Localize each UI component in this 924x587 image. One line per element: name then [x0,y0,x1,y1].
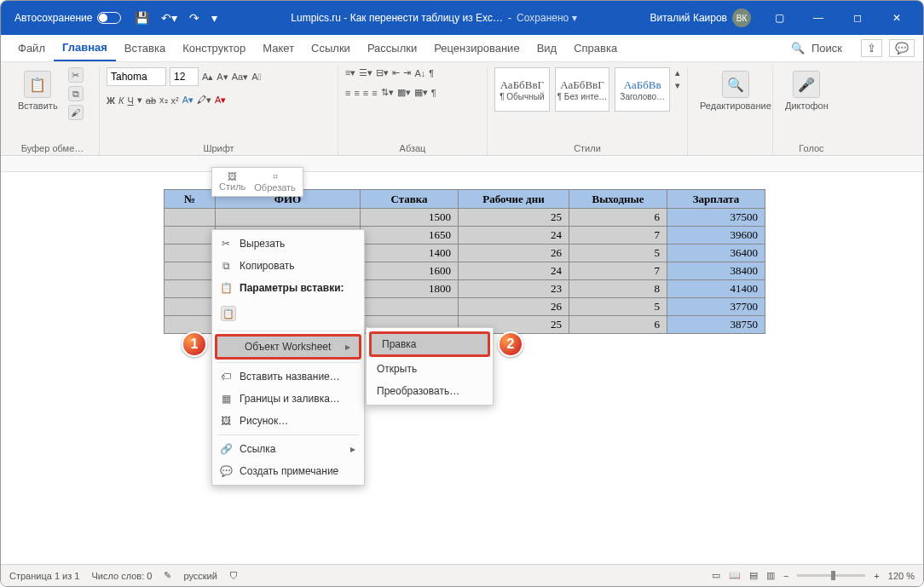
comments-button[interactable]: 💬 [889,39,915,57]
ctx-copy[interactable]: ⧉Копировать [212,255,364,277]
style-button[interactable]: 🖼Стиль [219,171,245,193]
justify-icon[interactable]: ≡ [372,88,377,98]
qat-more-icon[interactable]: ▾ [211,11,217,25]
title-bar: Автосохранение 💾 ↶▾ ↷ ▾ Lumpics.ru - Как… [1,1,923,35]
cut-icon[interactable]: ✂ [68,67,84,83]
paste-option-icon[interactable]: 📋 [221,306,236,321]
zoom-in-icon[interactable]: + [874,571,879,581]
grow-font-icon[interactable]: A▴ [202,72,213,83]
text-effects-icon[interactable]: A▾ [182,95,193,106]
crop-button[interactable]: ⌗Обрезать [254,171,296,193]
borders-icon[interactable]: ▦▾ [414,87,428,98]
focus-mode-icon[interactable]: ▭ [712,570,720,581]
autosave-toggle[interactable]: Автосохранение [14,12,121,24]
align-center-icon[interactable]: ≡ [354,88,359,98]
web-layout-icon[interactable]: ▥ [766,570,775,581]
copy-icon[interactable]: ⧉ [68,86,84,101]
spellcheck-icon[interactable]: ✎ [164,570,171,581]
style-heading1[interactable]: АаБбВвЗаголово… [615,67,670,112]
word-count[interactable]: Число слов: 0 [91,571,152,581]
highlight-icon[interactable]: 🖍▾ [197,95,211,106]
decrease-indent-icon[interactable]: ⇤ [392,67,400,78]
search-icon[interactable]: 🔍 [791,42,805,55]
style-nospacing[interactable]: АаБбВвГ¶ Без инте… [555,67,610,112]
align-right-icon[interactable]: ≡ [363,88,368,98]
ctx-paste-options[interactable]: 📋 [212,299,364,328]
tab-references[interactable]: Ссылки [303,35,359,61]
sub-edit[interactable]: Правка [369,331,490,357]
language-indicator[interactable]: русский [183,571,217,581]
shading-icon[interactable]: ▩▾ [397,87,411,98]
superscript-button[interactable]: x² [171,95,179,106]
sub-convert[interactable]: Преобразовать… [367,380,493,402]
horizontal-ruler[interactable] [1,157,923,172]
zoom-slider[interactable] [797,574,865,577]
styles-more-icon[interactable]: ▴▾ [675,67,680,91]
scissors-icon: ✂ [219,238,233,250]
tab-design[interactable]: Конструктор [174,35,254,61]
show-marks-icon[interactable]: ¶ [429,68,434,78]
ctx-insert-caption[interactable]: 🏷Вставить название… [212,365,364,388]
editing-button[interactable]: 🔍Редактирование [695,67,777,114]
bold-button[interactable]: Ж [107,95,115,106]
autosave-switch[interactable] [97,12,121,24]
ctx-worksheet-object[interactable]: Объект Worksheet▸ [215,334,361,360]
save-icon[interactable]: 💾 [135,11,149,25]
increase-indent-icon[interactable]: ⇥ [403,67,411,78]
maximize-icon[interactable]: ◻ [838,1,877,35]
ctx-borders[interactable]: ▦Границы и заливка… [212,388,364,410]
zoom-out-icon[interactable]: − [783,571,788,581]
search-label[interactable]: Поиск [811,42,842,55]
numbering-icon[interactable]: ☰▾ [359,67,372,78]
format-painter-icon[interactable]: 🖌 [68,105,84,120]
tab-file[interactable]: Файл [9,35,54,61]
group-clipboard: 📋 Вставить ✂ ⧉ 🖌 Буфер обме… [6,66,100,155]
style-normal[interactable]: АаБбВвГ¶ Обычный [494,67,550,112]
accessibility-icon[interactable]: ⛉ [229,571,239,581]
strike-button[interactable]: ab [146,95,156,106]
share-button[interactable]: ⇪ [861,39,882,57]
paste-button[interactable]: 📋 Вставить [13,67,63,114]
font-size-input[interactable] [170,67,199,86]
minimize-icon[interactable]: ― [799,1,838,35]
underline-button[interactable]: Ч [127,95,133,106]
ctx-new-comment[interactable]: 💬Создать примечание [212,460,364,482]
tab-view[interactable]: Вид [528,35,566,61]
line-spacing-icon[interactable]: ⇅▾ [381,87,394,98]
sort-icon[interactable]: A↓ [414,68,425,78]
close-icon[interactable]: ✕ [877,1,916,35]
user-account[interactable]: Виталий Каиров ВК [650,9,751,27]
separator [217,434,359,435]
page-indicator[interactable]: Страница 1 из 1 [9,571,79,581]
caption-icon: 🏷 [219,371,233,383]
context-menu: ✂Вырезать ⧉Копировать 📋Параметры вставки… [211,229,365,486]
paragraph-marks-icon[interactable]: ¶ [431,88,436,98]
ctx-link[interactable]: 🔗Ссылка▸ [212,438,364,460]
italic-button[interactable]: К [118,95,124,106]
tab-mailings[interactable]: Рассылки [359,35,425,61]
align-left-icon[interactable]: ≡ [345,88,350,98]
redo-icon[interactable]: ↷ [189,11,199,25]
ctx-picture[interactable]: 🖼Рисунок… [212,410,364,432]
tab-insert[interactable]: Вставка [116,35,174,61]
zoom-level[interactable]: 120 % [888,571,915,581]
tab-help[interactable]: Справка [565,35,626,61]
subscript-button[interactable]: x₂ [159,95,168,106]
font-color-icon[interactable]: A▾ [215,95,226,106]
tab-home[interactable]: Главная [54,35,116,61]
change-case-icon[interactable]: Aa▾ [232,72,248,83]
font-name-input[interactable] [107,67,166,86]
sub-open[interactable]: Открыть [367,358,493,380]
bullets-icon[interactable]: ≡▾ [345,67,355,78]
read-mode-icon[interactable]: 📖 [729,570,741,581]
clear-format-icon[interactable]: A⃠ [251,72,261,82]
undo-icon[interactable]: ↶▾ [161,11,177,25]
ribbon-options-icon[interactable]: ▢ [759,1,799,35]
tab-layout[interactable]: Макет [254,35,303,61]
shrink-font-icon[interactable]: A▾ [217,72,228,83]
multilevel-icon[interactable]: ⊟▾ [376,67,389,78]
ctx-cut[interactable]: ✂Вырезать [212,233,364,255]
tab-review[interactable]: Рецензирование [425,35,528,61]
dictate-button[interactable]: 🎤Диктофон [780,67,834,114]
print-layout-icon[interactable]: ▤ [749,570,758,581]
